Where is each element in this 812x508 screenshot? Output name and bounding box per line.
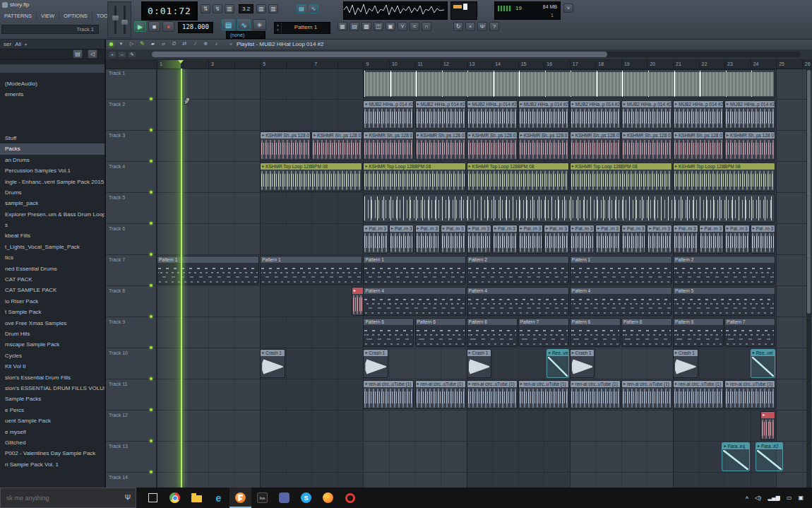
pattern-clip[interactable]: Pattern 1 (363, 256, 465, 285)
audio-clip[interactable]: ▸Crash 1 (260, 349, 285, 378)
audio-clip[interactable]: ▸KSHMR Top Loop 128BPM 08 (260, 163, 362, 191)
ruler-bar[interactable]: 22 (699, 59, 725, 69)
remote-control-icon[interactable]: ▤ (222, 19, 235, 30)
search-input[interactable] (1, 494, 120, 502)
browser-item[interactable]: kbeat Fills (0, 230, 105, 241)
audio-clip[interactable]: ▸KSHMR Sh..ps 128 07 (467, 131, 518, 160)
browser-item[interactable]: Explorer Presen..um & Bass Drum Loops (0, 209, 105, 220)
track-lane[interactable]: ▸Pat..rn 3▸Pat..rn 3▸Pat..rn 3▸Pat..rn 3… (157, 224, 812, 255)
ruler-bar[interactable]: 10 (389, 59, 415, 69)
speaker-small-icon[interactable]: ◁ (88, 49, 97, 59)
audio-clip[interactable]: ▸Crash 1 (467, 349, 492, 378)
pattern-clip[interactable]: Pattern 5 (673, 287, 775, 316)
mic-icon[interactable]: Ψ (477, 22, 487, 31)
track-led-icon[interactable] (150, 315, 153, 318)
task-view-button[interactable] (142, 488, 164, 508)
ruler-bar[interactable]: 12 (441, 59, 467, 69)
audio-clip[interactable]: ▸Pat..rn 3 (415, 225, 441, 254)
h-move-icon[interactable]: ↔ (118, 51, 126, 58)
step-bars-icon[interactable]: ▥ (225, 4, 234, 13)
zoom-icon[interactable]: ⊕ (201, 40, 210, 48)
horizontal-scrollbar-thumb[interactable] (152, 52, 607, 57)
audio-clip[interactable]: ▸ren-ai circ..uTube (1) (673, 380, 724, 409)
audio-clip[interactable]: ▸KSHMR Sh..ps 128 07 (415, 131, 466, 160)
automation-clip[interactable]: ▸Ree..vel (751, 349, 776, 378)
play-button[interactable]: ▶ (134, 21, 146, 32)
browser-item[interactable]: Cycles (0, 350, 105, 361)
tempo-display[interactable]: 128.000 (178, 22, 213, 33)
wave-edit-icon[interactable]: ≈ (410, 22, 419, 31)
audio-clip[interactable] (363, 69, 775, 98)
stop-button[interactable]: ■ (148, 21, 160, 32)
track-header[interactable]: Track 13 (106, 442, 157, 473)
audio-clip[interactable]: ▸KSHMR Sh..ps 128 07 (260, 131, 311, 160)
audio-clip[interactable] (363, 194, 775, 223)
browser-item[interactable]: CAT PACK (0, 274, 105, 285)
track-header[interactable]: Track 8 (106, 286, 157, 317)
tray-volume-icon[interactable]: ◁) (755, 495, 761, 501)
ableton-live-button[interactable]: live (251, 488, 273, 508)
audio-clip[interactable]: ▸Pat..rn 3 (492, 225, 518, 254)
audio-clip[interactable]: ▸ren-ai circ..uTube (1) (415, 380, 466, 409)
ruler-bar[interactable]: 3 (208, 59, 234, 69)
draw-icon[interactable]: ✎ (138, 40, 147, 48)
automation-clip[interactable]: ▸Ree..vel (547, 349, 569, 378)
ruler-bar[interactable]: 13 (467, 59, 493, 69)
track-lane[interactable] (157, 69, 812, 100)
pattern-clip[interactable]: Pattern 6 (621, 318, 672, 347)
pitch-slider[interactable] (124, 6, 126, 34)
browser-item[interactable]: sample_pack (0, 198, 105, 208)
pattern-selector-label[interactable]: Pattern 1 (282, 23, 330, 33)
browser-item[interactable]: ements (0, 89, 105, 100)
browser-item[interactable]: sion's Essential Drum Fills (0, 372, 105, 383)
step-bars-circle-icon[interactable]: ▥ (268, 4, 278, 13)
browser-item[interactable]: ri Sample Pack Vol. 1 (0, 459, 105, 470)
typing-keyboard-icon[interactable]: ▤ (297, 4, 306, 13)
audio-clip[interactable]: ▸Pat..rn 3 (544, 225, 569, 254)
pattern-clip[interactable]: Pattern 1 (260, 256, 362, 285)
updown-arrows-icon[interactable]: ⇅ (201, 4, 210, 13)
browser-item[interactable]: Packs (0, 143, 105, 154)
playhead[interactable] (181, 69, 182, 488)
snap-magnet-icon[interactable]: ∩ (422, 22, 431, 31)
pattern-mode-icon[interactable]: ▦ (338, 22, 347, 31)
edge-button[interactable]: e (208, 488, 229, 508)
audio-clip[interactable]: ▸MUB2 HiHa..p 014 #2 (724, 100, 775, 129)
ruler-bar[interactable]: 5 (260, 59, 286, 69)
chevron-down-icon[interactable]: ▾ (25, 42, 27, 47)
browser-item[interactable]: e Percs (0, 405, 105, 415)
audio-clip[interactable]: ▸KSHMR Sh..ps 128 07 (363, 131, 414, 160)
plug-icon[interactable]: ∿ (237, 19, 251, 30)
select-icon[interactable]: ▷ (127, 40, 136, 48)
chevron-down-icon[interactable]: ˅ (563, 4, 573, 13)
horizontal-scrollbar[interactable] (152, 52, 801, 57)
track-lane[interactable] (157, 193, 812, 224)
track-lane[interactable]: ▸ (157, 410, 812, 442)
track-lane[interactable]: ▸KSHMR Sh..ps 128 07▸KSHMR Sh..ps 128 07… (157, 131, 812, 162)
audio-clip[interactable]: ▸Pat..rn 3 (389, 225, 414, 254)
fl-studio-button[interactable] (229, 488, 251, 508)
pattern-spinner[interactable]: ▴▾ (275, 23, 282, 33)
track-header[interactable]: Track 2 (106, 100, 157, 131)
track-lane[interactable]: ▸MUB2 HiHa..p 014 #2▸MUB2 HiHa..p 014 #2… (157, 100, 812, 131)
ruler-bar[interactable]: 17 (570, 59, 596, 69)
menu-chevron-icon[interactable]: ▾ (117, 40, 126, 48)
ruler-bar[interactable]: 25 (776, 59, 802, 69)
pattern-clip[interactable]: Pattern 4 (570, 287, 672, 316)
audio-clip[interactable]: ▸KSHMR Sh..ps 128 07 (518, 131, 569, 160)
track-lane[interactable]: ▸Crash 1▸Crash 1▸Crash 1▸Ree..vel▸Crash … (157, 348, 812, 379)
ruler-bar[interactable]: 24 (751, 59, 777, 69)
audio-clip[interactable]: ▸ren-ai circ..uTube (1) (570, 380, 621, 409)
track-header[interactable]: Track 4 (106, 162, 157, 193)
browser-item[interactable]: Drums (0, 187, 105, 198)
browser-item[interactable]: sion's ESSENTIAL DRUM FILLS VOLUME 2 (0, 383, 105, 394)
ruler-bar[interactable]: 16 (544, 59, 570, 69)
opera-button[interactable] (339, 488, 361, 508)
browser-item[interactable]: io Riser Pack (0, 296, 105, 307)
chrome-button[interactable] (164, 488, 186, 508)
browser-item[interactable] (0, 122, 105, 133)
browser-item[interactable]: CAT SAMPLE PACK (0, 285, 105, 295)
discord-button[interactable] (273, 488, 295, 508)
ruler-bar[interactable]: 15 (518, 59, 544, 69)
audio-clip[interactable]: ▸Pat..rn 3 (595, 225, 621, 254)
